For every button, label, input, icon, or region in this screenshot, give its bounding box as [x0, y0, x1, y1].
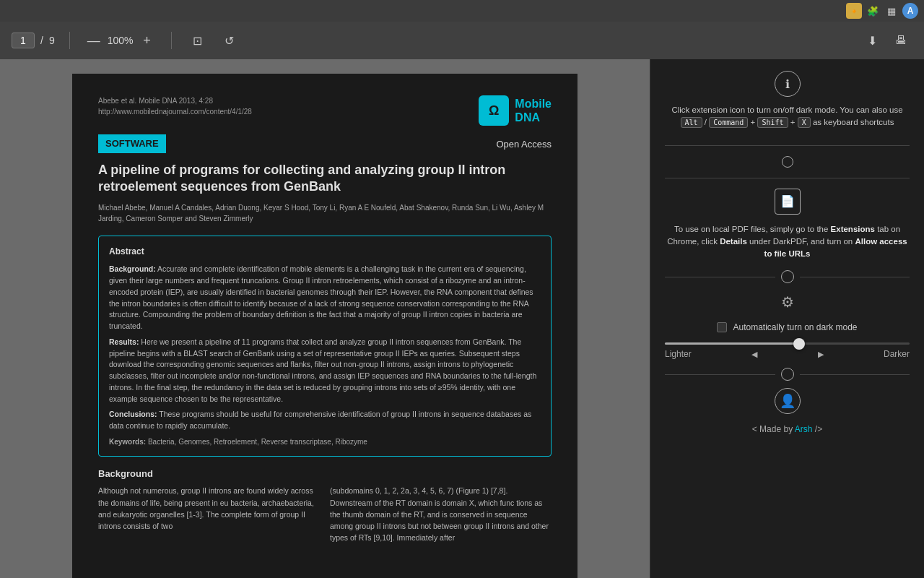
panel-description: Click extension icon to turn on/off dark…: [671, 104, 902, 129]
auto-dark-label: Automatically turn on dark mode: [733, 322, 857, 332]
zoom-in-button[interactable]: +: [138, 31, 157, 50]
shortcut-cmd: Command: [709, 117, 748, 128]
background-columns: Although not numerous, group II introns …: [98, 485, 552, 543]
journal-logo: Ω MobileDNA: [479, 95, 552, 126]
profile-icon[interactable]: A: [902, 3, 918, 19]
desc-line1: Click extension icon to turn on/off dark…: [671, 105, 902, 114]
conclusions-text: These programs should be useful for comp…: [109, 410, 531, 430]
shortcut-alt: Alt: [681, 117, 702, 128]
main-content: Abebe et al. Mobile DNA 2013, 4:28 http:…: [0, 59, 924, 578]
article-banner-row: SOFTWARE Open Access: [98, 134, 552, 155]
zoom-level: 100%: [108, 35, 134, 46]
toolbar-right-tools: ⬇ 🖶: [860, 29, 912, 52]
line-left-2: [665, 374, 775, 375]
print-button[interactable]: 🖶: [889, 29, 912, 52]
keywords: Keywords: Bacteria, Genomes, Retroelemen…: [109, 436, 541, 447]
author-link[interactable]: Arsh: [795, 424, 813, 434]
desc-line2: as keyboard shortcuts: [813, 118, 894, 126]
chrome-topbar: 🔸 🧩 ▦ A: [0, 0, 924, 22]
background-text: Accurate and complete identification of …: [109, 264, 533, 330]
abstract-background: Background: Accurate and complete identi…: [109, 264, 541, 332]
background-section-title: Background: [98, 467, 552, 481]
results-text: Here we present a pipeline of 11 program…: [109, 337, 536, 403]
allow-label: Allow accessto file URLs: [764, 237, 907, 258]
results-label: Results:: [109, 337, 139, 346]
page-navigation: 1 / 9: [12, 33, 55, 48]
zoom-controls: — 100% +: [84, 31, 157, 50]
darker-label: Darker: [884, 349, 910, 359]
plus2-sep: +: [790, 118, 798, 126]
auto-dark-row: Automatically turn on dark mode: [717, 322, 857, 332]
shortcut-x: X: [798, 117, 811, 128]
pdf-header: Abebe et al. Mobile DNA 2013, 4:28 http:…: [98, 95, 552, 126]
rotate-button[interactable]: ↺: [218, 29, 241, 52]
bg-col1: Although not numerous, group II introns …: [98, 485, 320, 543]
pdf-icon: 📄: [775, 189, 801, 215]
slider-fill: [665, 342, 799, 345]
page-separator: /: [40, 35, 43, 46]
plus1-sep: +: [751, 118, 758, 126]
right-arrow: ▶: [818, 350, 824, 359]
logo-name: MobileDNA: [515, 97, 552, 124]
bg-col2: (subdomains 0, 1, 2, 2a, 3, 4, 5, 6, 7) …: [330, 485, 552, 543]
line-left: [665, 277, 775, 277]
abstract-box: Abstract Background: Accurate and comple…: [98, 236, 552, 457]
grid-icon[interactable]: ▦: [884, 3, 899, 19]
auto-dark-checkbox[interactable]: [717, 322, 727, 332]
divider-1: [665, 145, 910, 146]
gear-icon: ⚙: [775, 289, 801, 315]
line-right-2: [800, 374, 910, 375]
pdf-viewer[interactable]: Abebe et al. Mobile DNA 2013, 4:28 http:…: [0, 59, 650, 578]
open-access-badge: Open Access: [496, 137, 552, 152]
dark-mode-panel: ℹ Click extension icon to turn on/off da…: [650, 59, 924, 578]
authors: Michael Abebe, Manuel A Candales, Adrian…: [98, 202, 552, 224]
keywords-label: Keywords:: [109, 438, 146, 446]
pdf-page: Abebe et al. Mobile DNA 2013, 4:28 http:…: [72, 74, 578, 578]
made-by-text: < Made by Arsh />: [752, 424, 822, 434]
pdf-toolbar: 1 / 9 — 100% + ⊡ ↺ ⬇ 🖶: [0, 22, 924, 59]
divider-2: [665, 178, 910, 178]
download-button[interactable]: ⬇: [860, 29, 884, 52]
made-by-prefix: < Made by: [752, 424, 793, 434]
circle-row-1: [665, 270, 910, 283]
background-label: Background:: [109, 264, 156, 273]
left-arrow: ◀: [751, 350, 757, 359]
slider-track: [665, 342, 910, 345]
toggle-row: [782, 156, 793, 168]
citation-url: http://www.mobilednajournal.com/content/…: [98, 106, 252, 117]
conclusions-label: Conclusions:: [109, 410, 157, 418]
extension-icon[interactable]: 🔸: [846, 3, 862, 19]
abstract-conclusions: Conclusions: These programs should be us…: [109, 409, 541, 432]
abstract-title: Abstract: [109, 245, 541, 258]
abstract-results: Results: Here we present a pipeline of 1…: [109, 337, 541, 405]
made-by-suffix: />: [815, 424, 822, 434]
citation-block: Abebe et al. Mobile DNA 2013, 4:28 http:…: [98, 95, 252, 117]
user-icon: 👤: [775, 388, 801, 414]
page-input[interactable]: 1: [12, 33, 35, 48]
software-badge: SOFTWARE: [98, 134, 166, 153]
fit-page-button[interactable]: ⊡: [186, 29, 209, 52]
puzzle-icon[interactable]: 🧩: [865, 3, 881, 19]
citation-text: Abebe et al. Mobile DNA 2013, 4:28: [98, 95, 252, 106]
info-icon: ℹ: [775, 71, 801, 97]
article-title: A pipeline of programs for collecting an…: [98, 162, 552, 196]
logo-symbol: Ω: [479, 95, 509, 126]
toolbar-separator-2: [171, 32, 172, 49]
slider-labels: Lighter ◀ ▶ Darker: [665, 349, 910, 359]
circle-row-2: [665, 368, 910, 381]
local-pdf-desc: To use on local PDF files, simply go to …: [667, 223, 907, 261]
total-pages: 9: [49, 35, 55, 46]
shortcut-shift: Shift: [757, 117, 788, 128]
circle-button-1[interactable]: [781, 270, 794, 283]
slider-thumb[interactable]: [793, 338, 805, 350]
line-right: [800, 277, 910, 277]
keywords-text: Bacteria, Genomes, Retroelement, Reverse…: [148, 438, 367, 446]
zoom-out-button[interactable]: —: [84, 31, 103, 50]
details-label: Details: [720, 237, 747, 246]
circle-button-2[interactable]: [781, 368, 794, 381]
dark-mode-radio[interactable]: [782, 156, 793, 168]
toolbar-separator-1: [69, 32, 70, 49]
extensions-label: Extensions: [831, 225, 875, 233]
lighter-label: Lighter: [665, 349, 692, 359]
brightness-slider-container: Lighter ◀ ▶ Darker: [665, 342, 910, 359]
